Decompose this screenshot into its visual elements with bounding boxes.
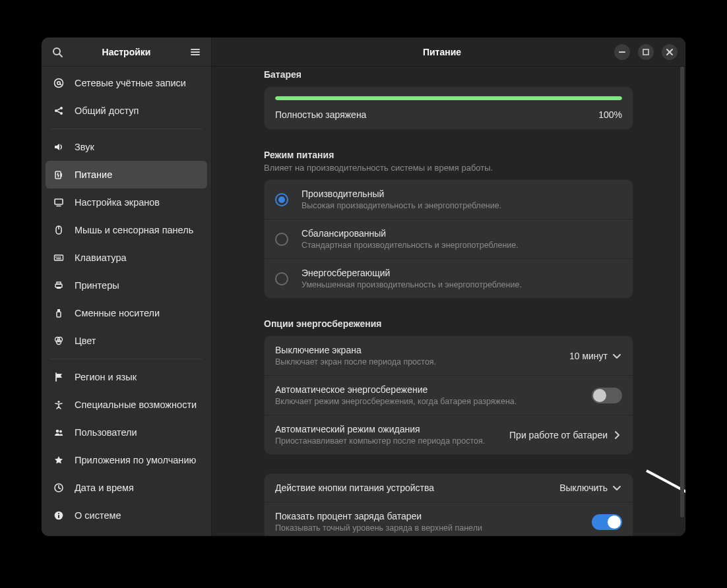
battery-bar [275,96,622,100]
suspend-value: При работе от батареи [509,430,608,440]
sidebar-item-sound[interactable]: Звук [46,133,207,161]
show-percent-row: Показать процент заряда батареи Показыва… [265,502,633,536]
hamburger-button[interactable] [185,42,206,63]
suspend-desc: Приостанавливает компьютер после периода… [275,436,501,446]
power-icon [52,168,65,181]
radio-button[interactable] [275,272,288,285]
radio-button[interactable] [275,193,288,206]
power-mode-option-0[interactable]: ПроизводительныйВысокая производительнос… [265,180,633,219]
sidebar-item-mouse[interactable]: Мышь и сенсорная панель [46,216,207,244]
screen-off-title: Выключение экрана [275,345,561,355]
sidebar-item-users[interactable]: Пользователи [46,419,207,446]
scrollbar[interactable] [680,67,684,536]
a11y-icon [52,398,65,411]
sidebar-item-star[interactable]: Приложения по умолчанию [46,446,207,474]
page-title: Питание [270,47,614,57]
power-mode-title: Сбалансированный [301,228,622,239]
mode-section-desc: Влияет на производительность системы и в… [264,163,633,173]
close-icon [664,47,675,57]
suspend-title: Автоматический режим ожидания [275,424,501,434]
saving-section-title: Опции энергосбережения [264,318,633,329]
sidebar-item-label: Клавиатура [75,252,127,263]
suspend-row[interactable]: Автоматический режим ожидания Приостанав… [265,415,633,454]
power-button-action-row[interactable]: Действие кнопки питания устройства Выклю… [265,474,633,502]
sidebar-item-usb[interactable]: Сменные носители [46,299,207,327]
sidebar-item-label: Цвет [75,336,96,346]
power-mode-title: Энергосберегающий [301,268,622,278]
scrollbar-thumb[interactable] [680,67,684,517]
radio-button[interactable] [275,233,288,246]
keyboard-icon [52,251,65,264]
battery-card: Полностью заряжена 100% [264,86,633,130]
sound-icon [52,140,65,154]
power-mode-option-1[interactable]: СбалансированныйСтандартная производител… [265,219,633,258]
sidebar-item-label: Мышь и сенсорная панель [75,225,193,235]
power-mode-title: Производительный [301,189,622,199]
sidebar-item-label: О системе [75,510,121,521]
sidebar-item-label: Питание [75,169,112,180]
usb-icon [52,307,65,320]
power-button-action-value: Выключить [559,483,608,493]
sidebar-item-at[interactable]: Сетевые учётные записи [46,69,207,97]
sidebar-item-info[interactable]: О системе [46,502,207,529]
search-icon [52,47,63,57]
sidebar-item-a11y[interactable]: Специальные возможности [46,391,207,419]
annotation-arrow-icon [643,467,685,536]
sidebar-header: Настройки [42,38,211,67]
sidebar-item-printer[interactable]: Принтеры [46,272,207,299]
sidebar-item-label: Пользователи [75,427,137,438]
window-close-button[interactable] [662,44,678,60]
clock-icon [52,481,65,494]
sidebar-title: Настройки [68,47,185,57]
main-header: Питание [212,38,685,67]
show-percent-switch[interactable] [592,514,622,530]
misc-card: Действие кнопки питания устройства Выклю… [264,473,633,536]
sidebar-item-display[interactable]: Настройка экранов [46,189,207,216]
sidebar-item-flag[interactable]: Регион и язык [46,363,207,391]
auto-save-title: Автоматическое энергосбережение [275,384,584,395]
window-minimize-button[interactable] [614,44,630,60]
info-icon [52,509,65,522]
maximize-icon [641,47,651,57]
share-icon [52,104,65,117]
flag-icon [52,370,65,384]
printer-icon [52,279,65,292]
battery-fill [275,96,622,100]
screen-off-row[interactable]: Выключение экрана Выключает экран после … [265,336,633,375]
window-maximize-button[interactable] [638,44,654,60]
settings-window: Настройки Сетевые учётные записиОбщий до… [41,37,686,537]
sidebar-item-label: Регион и язык [75,372,137,382]
sidebar-item-label: Специальные возможности [75,399,197,410]
sidebar-item-label: Настройка экранов [75,197,160,208]
power-saving-card: Выключение экрана Выключает экран после … [264,336,633,455]
sidebar-item-keyboard[interactable]: Клавиатура [46,244,207,272]
show-percent-desc: Показывать точный уровень заряда в верхн… [275,523,584,533]
power-mode-desc: Уменьшенная производительность и энергоп… [301,280,622,289]
sidebar-item-label: Приложения по умолчанию [75,455,196,465]
mode-section-title: Режим питания [264,150,633,160]
users-icon [52,426,65,439]
sidebar-item-clock[interactable]: Дата и время [46,474,207,502]
sidebar-list[interactable]: Сетевые учётные записиОбщий доступЗвукПи… [42,67,211,536]
screen-off-desc: Выключает экран после периода простоя. [275,357,561,367]
star-icon [52,454,65,467]
sidebar-item-share[interactable]: Общий доступ [46,97,207,125]
sidebar-item-label: Принтеры [75,280,119,291]
color-icon [52,334,65,347]
chevron-down-icon [612,351,622,361]
power-mode-option-2[interactable]: ЭнергосберегающийУменьшенная производите… [265,258,633,298]
auto-save-switch[interactable] [592,388,622,403]
sidebar-item-label: Дата и время [75,483,134,493]
battery-section-title: Батарея [264,69,633,80]
sidebar-item-power[interactable]: Питание [46,161,207,189]
screen-off-value: 10 минут [569,351,608,361]
sidebar-item-label: Сетевые учётные записи [75,78,186,88]
power-mode-card: ПроизводительныйВысокая производительнос… [264,179,633,299]
search-button[interactable] [47,42,68,63]
content-scroll[interactable]: Батарея Полностью заряжена 100% Режим пи… [212,67,685,536]
display-icon [52,196,65,209]
chevron-down-icon [612,483,622,493]
battery-status-text: Полностью заряжена [275,109,366,120]
sidebar-item-color[interactable]: Цвет [46,327,207,355]
sidebar-item-label: Сменные носители [75,308,160,318]
